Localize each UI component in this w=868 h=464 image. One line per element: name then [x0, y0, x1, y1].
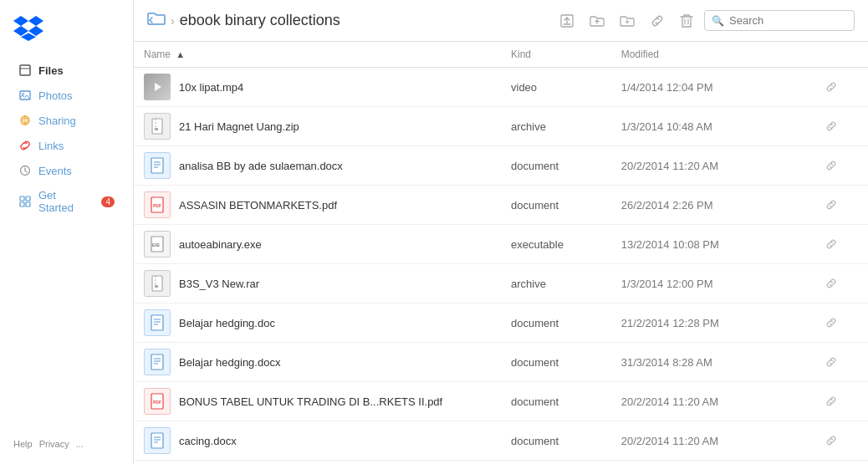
app-logo — [0, 8, 133, 58]
events-icon — [18, 164, 32, 177]
file-kind: document — [501, 186, 611, 225]
file-thumbnail: EXE — [144, 231, 171, 257]
sidebar-item-events[interactable]: Events — [5, 159, 128, 182]
svg-rect-0 — [20, 65, 30, 75]
file-name-cell: EXE autoeabinary.exe — [134, 225, 501, 264]
help-link[interactable]: Help — [13, 439, 33, 449]
column-header-modified: Modified — [611, 42, 795, 68]
file-name-cell: 10x lipat.mp4 — [134, 68, 501, 107]
file-name-cell: PDF ASSASIN BETONMARKETS.pdf — [134, 186, 501, 225]
svg-rect-15 — [151, 158, 163, 173]
svg-rect-30 — [151, 354, 163, 370]
file-kind: document — [501, 303, 611, 343]
svg-rect-8 — [20, 202, 24, 207]
get-started-icon — [18, 195, 32, 208]
file-link-icon[interactable] — [804, 434, 858, 447]
upload-file-button[interactable] — [555, 10, 579, 32]
svg-text:EXE: EXE — [152, 243, 160, 247]
file-name[interactable]: Belajar hedging.doc — [179, 317, 275, 329]
file-link-icon[interactable] — [804, 355, 858, 369]
sidebar-events-label: Events — [38, 165, 72, 177]
svg-text:PDF: PDF — [153, 400, 161, 405]
svg-rect-6 — [20, 196, 24, 201]
privacy-link[interactable]: Privacy — [39, 439, 69, 449]
file-actions — [794, 382, 868, 421]
search-input[interactable] — [729, 14, 847, 27]
file-name[interactable]: 21 Hari Magnet Uang.zip — [179, 120, 299, 133]
table-row: B3S_V3 New.rar archive 1/3/2014 12:00 PM — [134, 264, 868, 303]
file-name-cell: Belajar hedging.doc — [134, 303, 501, 343]
file-name[interactable]: ASSASIN BETONMARKETS.pdf — [179, 199, 337, 212]
links-icon — [18, 139, 32, 152]
share-link-button[interactable] — [646, 10, 669, 32]
photos-icon — [18, 89, 32, 102]
svg-rect-7 — [26, 196, 30, 201]
table-header: Name ▲ Kind Modified — [134, 42, 868, 68]
delete-button[interactable] — [676, 10, 697, 32]
file-actions — [794, 146, 868, 186]
file-modified: 20/2/2014 11:20 AM — [611, 146, 795, 186]
header-actions: 🔍 — [555, 10, 855, 32]
file-name-cell: analisa BB by ade sulaeman.docx — [134, 146, 501, 186]
sidebar-item-get-started[interactable]: Get Started 4 — [5, 184, 128, 219]
table-row: 10x lipat.mp4 video 1/4/2014 12:04 PM — [134, 68, 868, 107]
file-name[interactable]: B3S_V3 New.rar — [179, 278, 259, 290]
new-folder-button[interactable] — [615, 10, 639, 32]
sidebar-bottom: Help Privacy ... — [0, 432, 133, 456]
file-link-icon[interactable] — [804, 316, 858, 329]
sidebar-get-started-label: Get Started — [38, 189, 91, 214]
file-name[interactable]: cacing.docx — [179, 435, 237, 447]
file-link-icon[interactable] — [804, 120, 858, 133]
folder-nav-icon[interactable] — [147, 11, 166, 30]
sidebar-item-links[interactable]: Links — [5, 134, 128, 157]
file-actions — [794, 186, 868, 225]
sharing-icon — [18, 114, 32, 127]
file-modified: 1/3/2014 10:48 AM — [611, 107, 795, 146]
column-header-kind: Kind — [501, 42, 611, 68]
file-thumbnail — [144, 152, 171, 179]
file-actions — [794, 343, 868, 382]
file-modified: 13/2/2014 10:08 PM — [611, 225, 795, 264]
file-link-icon[interactable] — [804, 198, 858, 212]
file-thumbnail — [144, 309, 171, 336]
column-header-name[interactable]: Name ▲ — [134, 42, 501, 68]
file-name[interactable]: BONUS TABEL UNTUK TRADING DI B...RKETS I… — [179, 395, 442, 408]
search-box[interactable]: 🔍 — [704, 10, 855, 31]
more-link[interactable]: ... — [76, 439, 84, 449]
file-link-icon[interactable] — [804, 277, 858, 290]
sidebar-item-photos[interactable]: Photos — [5, 84, 128, 107]
header: › ebook binary collections — [134, 0, 868, 42]
file-link-icon[interactable] — [804, 395, 858, 408]
svg-marker-11 — [155, 83, 161, 91]
file-link-icon[interactable] — [804, 237, 858, 251]
file-name-cell: PDF BONUS TABEL UNTUK TRADING DI B...RKE… — [134, 382, 501, 421]
dropbox-logo-icon — [13, 15, 43, 42]
upload-folder-button[interactable] — [585, 10, 609, 32]
file-name[interactable]: analisa BB by ade sulaeman.docx — [179, 160, 343, 172]
file-name[interactable]: Belajar hedging.docx — [179, 356, 280, 369]
file-link-icon[interactable] — [804, 80, 858, 94]
sidebar-item-sharing[interactable]: Sharing — [5, 109, 128, 132]
breadcrumb-chevron: › — [171, 14, 175, 28]
main-content: › ebook binary collections — [134, 0, 868, 464]
file-kind: document — [501, 146, 611, 186]
files-icon — [18, 64, 32, 77]
column-header-actions — [794, 42, 868, 68]
file-name-cell: Belajar hedging.docx — [134, 343, 501, 382]
svg-rect-9 — [26, 202, 30, 207]
svg-rect-23 — [152, 276, 162, 291]
file-actions — [794, 264, 868, 303]
file-link-icon[interactable] — [804, 159, 858, 172]
file-actions — [794, 68, 868, 107]
file-kind: video — [501, 68, 611, 107]
file-name[interactable]: 10x lipat.mp4 — [179, 81, 243, 94]
sidebar-item-files[interactable]: Files — [5, 59, 128, 82]
table-row: analisa BB by ade sulaeman.docx document… — [134, 146, 868, 186]
file-thumbnail — [144, 270, 171, 297]
svg-rect-36 — [151, 433, 163, 448]
file-kind: document — [501, 382, 611, 421]
sidebar-files-label: Files — [38, 64, 64, 77]
file-kind: archive — [501, 107, 611, 146]
search-icon: 🔍 — [712, 15, 724, 27]
file-name[interactable]: autoeabinary.exe — [179, 238, 262, 251]
